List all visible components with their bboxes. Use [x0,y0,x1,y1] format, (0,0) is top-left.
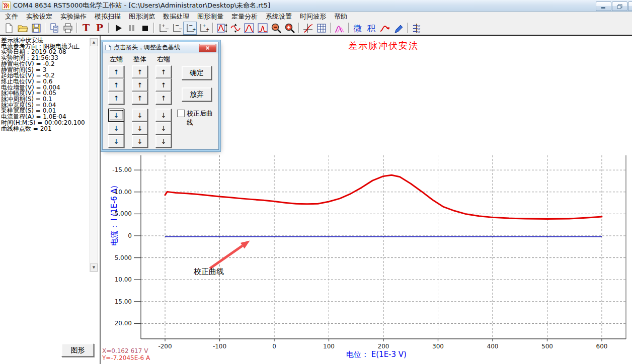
curve-vcenter-icon[interactable] [228,22,242,35]
svg-text:0: 0 [128,232,132,239]
baseline-down-left-1[interactable]: ↓ [108,109,124,122]
toolbar-separator [153,23,154,33]
data-grid-icon[interactable] [314,22,328,35]
svg-text:-10.00: -10.00 [112,189,132,196]
toolbar-separator [348,23,349,33]
menu-item-9[interactable]: 系统设置 [262,12,296,22]
menu-item-1[interactable]: 文件 [1,12,22,22]
menu-item-4[interactable]: 模拟扫描 [91,12,125,22]
peak-window-icon[interactable] [242,22,256,35]
menu-bar: 文件实验设定实验操作模拟扫描图形浏览数据处理图形测量定量分析系统设置时间波形帮助 [0,12,632,21]
baseline-up-whole-2[interactable]: ↑ [132,78,148,92]
curves-3d-icon[interactable] [410,22,423,35]
menu-item-3[interactable]: 实验操作 [56,12,91,22]
close-button[interactable] [628,2,632,11]
baseline-up-right-3[interactable]: ↑ [155,92,172,105]
scroll-up-button[interactable]: ▲ [90,38,98,46]
svg-text:300: 300 [432,343,444,350]
menu-item-2[interactable]: 实验设定 [22,12,56,22]
menu-item-7[interactable]: 图形测量 [193,12,227,22]
baseline-up-left-2[interactable]: ↑ [108,78,124,92]
letter-T-icon[interactable]: T [79,22,93,35]
baseline-down-whole-3[interactable]: ↓ [132,135,148,148]
axis-quadrant-1-icon[interactable]: +− [156,22,170,35]
title-bar[interactable]: COM4 8634 RST5000电化学工作站 - [C:\Users\Admi… [0,0,632,12]
svg-text:−: − [165,26,169,32]
corrected-curve-checkbox[interactable] [177,110,185,117]
dialog-icon [105,44,112,51]
zoom-out-icon[interactable] [269,22,283,35]
svg-text:-15.00: -15.00 [112,166,132,173]
svg-text:T: T [82,23,89,33]
window-title: COM4 8634 RST5000电化学工作站 - [C:\Users\Admi… [13,1,270,10]
graph-button[interactable]: 图形 [61,343,94,357]
copy-icon[interactable] [47,22,61,35]
toolbar-separator [407,23,408,33]
baseline-down-whole-2[interactable]: ↓ [132,122,148,135]
baseline-up-left-3[interactable]: ↑ [108,92,124,105]
integral-icon[interactable]: 积 [364,22,378,35]
baseline-down-right-3[interactable]: ↓ [155,135,172,148]
zoom-in-icon[interactable] [283,22,296,35]
pause-icon[interactable] [124,22,138,35]
svg-text:600: 600 [596,343,608,350]
svg-text:0: 0 [272,343,276,350]
svg-text:20.00: 20.00 [115,320,132,327]
baseline-down-whole-1[interactable]: ↓ [132,109,148,122]
menu-item-5[interactable]: 图形浏览 [125,12,159,22]
play-icon[interactable] [111,22,124,35]
peaks-overlay-icon[interactable] [333,22,346,35]
baseline-up-left-1[interactable]: ↑ [108,65,124,78]
save-icon[interactable] [29,22,43,35]
peak-window2-icon[interactable] [256,22,269,35]
svg-text:400: 400 [487,343,499,350]
svg-text:−: − [179,26,182,32]
baseline-annotation-label: 校正曲线 [194,267,224,277]
scroll-down-button[interactable]: ▼ [90,263,98,271]
peak-vscale-icon[interactable] [215,22,228,35]
minimize-button[interactable] [596,2,611,11]
svg-text:10.00: 10.00 [115,276,132,283]
smooth-curve-icon[interactable] [378,22,391,35]
svg-text:15.00: 15.00 [115,298,132,305]
axis-quadrant-4-icon[interactable]: ++ [197,22,210,35]
baseline-down-right-2[interactable]: ↓ [155,122,172,135]
sidebar-scrollbar[interactable]: ▲ ▼ [90,38,98,272]
baseline-down-left-2[interactable]: ↓ [108,122,124,135]
print-icon[interactable] [61,22,74,35]
restore-button[interactable] [612,2,627,11]
svg-text:P: P [96,23,103,33]
chart-area: 差示脉冲伏安法 电流： I (1E-6 A) 电位： E(1E-3 V) -15… [101,36,632,364]
axis-quadrant-2-icon[interactable]: −− [170,22,183,35]
toolbar-separator [76,23,77,33]
dialog-close-button[interactable] [199,44,216,52]
svg-text:积: 积 [367,23,375,33]
toolbar-separator [330,23,331,33]
menu-item-6[interactable]: 数据处理 [159,12,193,22]
svg-text:200: 200 [378,343,389,350]
stop-icon[interactable] [138,22,151,35]
annotate-icon[interactable] [391,22,405,35]
cancel-button[interactable]: 放弃 [182,87,212,102]
curve-axis-icon[interactable] [301,22,314,35]
letter-P-icon[interactable]: P [93,22,106,35]
corrected-curve-checkbox-label: 校正后曲线 [187,109,218,127]
baseline-up-whole-3[interactable]: ↑ [132,92,148,105]
menu-item-8[interactable]: 定量分析 [227,12,262,22]
baseline-up-right-2[interactable]: ↑ [155,78,172,92]
differential-icon[interactable]: 微 [351,22,364,35]
open-folder-icon[interactable] [16,22,29,35]
new-file-icon[interactable] [2,22,16,35]
ok-button[interactable]: 确定 [182,66,212,80]
menu-item-11[interactable]: 帮助 [330,12,351,22]
baseline-down-left-3[interactable]: ↓ [108,135,124,148]
axis-quadrant-3-icon[interactable]: −+ [183,22,197,35]
svg-text:5.000: 5.000 [115,254,132,261]
menu-item-10[interactable]: 时间波形 [296,12,330,22]
baseline-up-right-1[interactable]: ↑ [155,65,172,78]
baseline-down-right-1[interactable]: ↓ [155,109,172,122]
toolbar-separator [212,23,213,33]
toolbar: TP+−−−−+++微积 [0,21,632,36]
baseline-up-whole-1[interactable]: ↑ [132,65,148,78]
svg-text:-200: -200 [158,343,172,350]
